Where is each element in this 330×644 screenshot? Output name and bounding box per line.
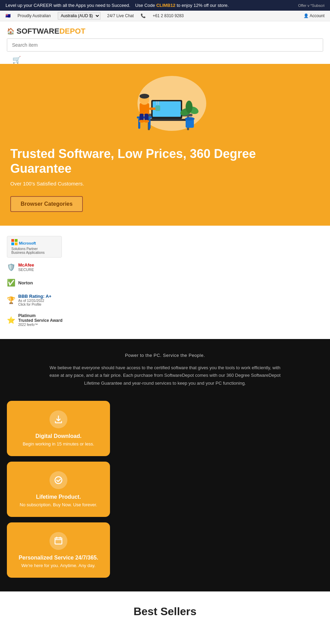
- features-desc: We believe that everyone should have acc…: [48, 364, 282, 387]
- feature-card-sub-0: Begin working in 15 minutes or less.: [16, 441, 100, 447]
- account-link[interactable]: 👤 Account: [304, 13, 324, 18]
- bbb-label: BBB Rating: A+: [18, 294, 52, 299]
- hero-illustration: [0, 64, 330, 143]
- search-bar: [7, 38, 323, 52]
- svg-rect-17: [144, 114, 148, 121]
- svg-rect-26: [15, 239, 18, 242]
- logo[interactable]: SOFTWAREDEPOT: [16, 27, 85, 36]
- feature-card-title-0: Digital Download.: [16, 433, 100, 439]
- bbb-badge: 🏆 BBB Rating: A+ As of 12/31/2022Click f…: [7, 292, 323, 308]
- search-input[interactable]: [7, 39, 323, 51]
- bbb-sub: As of 12/31/2022Click for Profile: [18, 299, 52, 306]
- microsoft-sub: Solutions Partner: [11, 247, 57, 251]
- microsoft-badge: Microsoft Solutions Partner Business App…: [7, 236, 62, 258]
- svg-point-18: [139, 120, 144, 123]
- bbb-icon: 🏆: [7, 296, 15, 304]
- logo-software: SOFTWARE: [16, 27, 59, 35]
- features-tagline: Power to the PC. Service the People.: [7, 353, 323, 358]
- house-icon: 🏠: [7, 27, 14, 35]
- platinum-badge: ⭐ PlatinumTrusted Service Award 2022 fee…: [7, 311, 323, 329]
- svg-rect-6: [146, 119, 187, 121]
- best-sellers-section: Best Sellers: [0, 591, 330, 625]
- feature-card-sub-2: We're here for you. Anytime. Any day.: [16, 563, 100, 568]
- microsoft-label: Microsoft: [19, 241, 36, 245]
- microsoft-sub2: Business Applications: [11, 251, 57, 255]
- account-icon: 👤: [304, 13, 309, 18]
- platinum-sub: 2022 feefo™: [18, 323, 63, 327]
- phone-number: +61 2 8310 9283: [153, 13, 184, 18]
- svg-point-29: [55, 477, 62, 484]
- platinum-icon: ⭐: [7, 316, 15, 324]
- norton-icon: ✅: [7, 279, 15, 287]
- mcafee-secure: SECURE: [18, 268, 34, 272]
- platinum-label: PlatinumTrusted Service Award: [18, 313, 63, 323]
- country-select[interactable]: Australia (AUD $): [58, 12, 100, 20]
- svg-rect-14: [149, 108, 156, 110]
- svg-point-19: [144, 120, 149, 123]
- norton-label: Norton: [18, 280, 33, 285]
- header: 🏠 SOFTWAREDEPOT: [0, 21, 330, 38]
- phone-icon: 📞: [141, 13, 146, 18]
- feature-cards: Digital Download. Begin working in 15 mi…: [7, 401, 124, 578]
- svg-rect-25: [11, 239, 14, 242]
- feature-card-sub-1: No subscription. Buy Now. Use forever.: [16, 502, 100, 507]
- hero-title: Trusted Software, Low Prices, 360 Degree…: [10, 146, 320, 176]
- feature-card-title-1: Lifetime Product.: [16, 494, 100, 500]
- mcafee-badge: 🛡️ McAfee SECURE: [7, 260, 323, 274]
- features-section: Power to the PC. Service the People. We …: [0, 339, 330, 591]
- sub-header: 🇦🇺 Proudly Australian Australia (AUD $) …: [0, 11, 330, 21]
- norton-badge: ✅ Norton: [7, 276, 323, 289]
- svg-rect-30: [55, 538, 62, 544]
- hero-content: Trusted Software, Low Prices, 360 Degree…: [0, 143, 330, 212]
- feature-card-lifetime: Lifetime Product. No subscription. Buy N…: [7, 462, 110, 517]
- mcafee-icon: 🛡️: [7, 263, 15, 271]
- svg-point-13: [140, 94, 149, 99]
- feature-card-download: Digital Download. Begin working in 15 mi…: [7, 401, 110, 456]
- svg-point-24: [186, 101, 192, 113]
- lifetime-icon: [50, 471, 67, 489]
- promo-text-right: Offer v *Subscri: [298, 3, 324, 8]
- hero-subtitle: Over 100's Satisfied Customers.: [10, 181, 320, 187]
- svg-rect-16: [140, 114, 144, 121]
- feature-card-title-2: Personalized Service 24/7/365.: [16, 555, 100, 561]
- trust-section: Microsoft Solutions Partner Business App…: [0, 226, 330, 339]
- service-icon: [50, 532, 67, 550]
- svg-rect-15: [155, 105, 160, 111]
- svg-rect-27: [11, 242, 14, 245]
- hero-section: Trusted Software, Low Prices, 360 Degree…: [0, 64, 330, 226]
- promo-text-left: Level up your CAREER with all the Apps y…: [6, 3, 229, 8]
- download-icon: [50, 410, 67, 428]
- chat-label: 24/7 Live Chat: [107, 13, 134, 18]
- browse-categories-button[interactable]: Browser Categories: [10, 196, 83, 212]
- svg-rect-28: [15, 242, 18, 245]
- microsoft-icon: [11, 239, 18, 247]
- top-banner: Level up your CAREER with all the Apps y…: [0, 0, 330, 11]
- logo-depot: DEPOT: [59, 27, 86, 35]
- flag-icon: 🇦🇺: [6, 13, 11, 18]
- origin-label: Proudly Australian: [18, 13, 51, 18]
- feature-card-service: Personalized Service 24/7/365. We're her…: [7, 522, 110, 578]
- mcafee-label: McAfee: [18, 262, 34, 268]
- best-sellers-title: Best Sellers: [7, 605, 323, 618]
- svg-point-21: [185, 117, 195, 121]
- svg-rect-10: [148, 118, 151, 129]
